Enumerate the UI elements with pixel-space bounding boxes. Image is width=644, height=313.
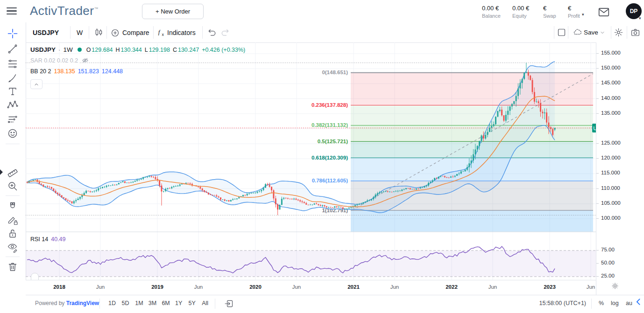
time-axis-label-2023: 2023 (544, 284, 556, 290)
time-axis-label-jun: Jun (587, 284, 595, 290)
brush-icon[interactable] (7, 72, 18, 83)
symbol-legend[interactable]: USDJPY · 1W O129.684 H130.344 L129.198 C… (30, 46, 245, 53)
stat-label: Balance (482, 13, 510, 19)
rsi-legend[interactable]: RSI 14 40.49 (30, 236, 66, 243)
market-status-icon (78, 48, 82, 52)
camera-icon[interactable] (630, 28, 640, 37)
fib-label-0.786: 0.786(112.605) (312, 178, 348, 183)
redo-icon[interactable] (220, 28, 230, 37)
clock[interactable]: 15:58:00 (UTC+1) (532, 300, 586, 306)
symbol-button[interactable]: USDJPY (33, 22, 59, 42)
time-axis-label-2019: 2019 (151, 284, 163, 290)
time-axis-label-2020: 2020 (249, 284, 262, 290)
time-axis-label-jun: Jun (292, 284, 301, 290)
legend-collapse-button[interactable] (30, 79, 42, 89)
undo-icon[interactable] (207, 28, 217, 37)
price-axis-label: 105.000 (601, 200, 621, 206)
range-button-1m[interactable]: 1M (133, 299, 145, 307)
time-axis-label-jun: Jun (488, 284, 497, 290)
compare-plus-icon[interactable] (110, 28, 120, 38)
fib-label-0.236: 0.236(137.828) (311, 102, 348, 108)
app-logo: ActivTrader™ (30, 4, 99, 18)
toolbar-handle-icon[interactable] (0, 169, 3, 175)
long-short-position-icon[interactable] (7, 114, 18, 125)
price-axis-label: 135.000 (601, 110, 621, 116)
price-axis[interactable]: 155.000150.000145.000140.000135.000125.0… (596, 42, 644, 295)
legend-symbol: USDJPY (30, 46, 56, 53)
time-axis-label-jun: Jun (390, 284, 399, 290)
stat-value: 0.00 € (512, 5, 540, 12)
fx-indicators-icon[interactable]: fx (157, 28, 167, 37)
activtrader-app: ActivTrader™ + New Order 0.00 €Balance0.… (0, 0, 644, 313)
new-order-button[interactable]: + New Order (142, 4, 204, 19)
layout-button[interactable] (557, 28, 566, 37)
fib-label-0.618: 0.618(120.309) (311, 155, 348, 160)
rsi-axis-label: 50.00 (601, 260, 615, 265)
log-scale-button[interactable]: log (609, 299, 621, 307)
price-axis-label: 125.000 (601, 140, 621, 146)
crosshair-icon[interactable] (7, 28, 18, 39)
price-axis-label: 100.000 (601, 215, 621, 221)
stat-label: Equity (512, 13, 540, 19)
menu-icon[interactable] (7, 7, 17, 15)
axis-settings-icon[interactable] (611, 282, 619, 290)
auto-scale-button[interactable]: au (624, 299, 634, 307)
range-button-5d[interactable]: 5D (120, 299, 131, 307)
lock-icon[interactable] (7, 228, 18, 239)
hide-drawings-icon[interactable] (7, 242, 18, 253)
tradingview-link[interactable]: TradingView (66, 300, 99, 306)
trash-icon[interactable] (7, 261, 18, 272)
time-axis-label-2018: 2018 (53, 284, 65, 290)
price-axis-label: 140.000 (601, 95, 621, 101)
range-button-1y[interactable]: 1Y (173, 299, 184, 307)
fib-label-0.382: 0.382(131.132) (311, 122, 348, 128)
bb-legend[interactable]: BB 20 2 138.135 151.823 124.448 (30, 68, 123, 75)
fib-retracement-icon[interactable] (7, 58, 18, 70)
ruler-icon[interactable] (7, 167, 18, 178)
text-icon[interactable] (7, 86, 18, 97)
save-button[interactable]: Save (584, 22, 598, 42)
stat-value: 0.00 € (482, 5, 510, 12)
stat-equity: 0.00 €Equity (512, 5, 540, 19)
time-axis-label-2022: 2022 (446, 284, 458, 290)
avatar-caret-icon[interactable]: ▾ (639, 16, 641, 21)
candle-style-icon[interactable] (94, 28, 104, 37)
emoji-icon[interactable] (7, 128, 18, 139)
interval-button[interactable]: W (77, 22, 83, 42)
expand-panel-icon[interactable] (634, 297, 644, 306)
save-chevron-icon[interactable] (600, 30, 605, 35)
range-button-6m[interactable]: 6M (160, 299, 171, 307)
profit-caret-icon[interactable]: ▾ (582, 12, 584, 17)
price-axis-label: 145.000 (601, 80, 621, 85)
time-axis[interactable]: 2018Jun2019Jun2020Jun2021Jun2022Jun2023J… (26, 280, 596, 295)
gear-icon[interactable] (614, 28, 623, 37)
time-axis-label-jun: Jun (96, 284, 105, 290)
edit-lock-icon[interactable] (7, 215, 18, 226)
percent-scale-button[interactable]: % (597, 299, 606, 307)
save-cloud-icon[interactable] (573, 28, 582, 37)
sar-legend[interactable]: SAR 0.02 0.02 0.2 (30, 57, 89, 64)
range-button-5y[interactable]: 5Y (187, 299, 198, 307)
xabcd-pattern-icon[interactable] (7, 100, 18, 111)
go-to-date-icon[interactable] (224, 299, 234, 308)
zoom-in-icon[interactable] (7, 181, 18, 192)
eye-slash-icon[interactable] (82, 57, 89, 64)
powered-by: Powered by TradingView (35, 300, 99, 306)
price-axis-label: 110.000 (601, 185, 620, 191)
magnet-icon[interactable] (7, 201, 18, 212)
price-chart[interactable]: 0(148.651)0.236(137.828)0.382(131.132)0.… (26, 42, 596, 280)
compare-button[interactable]: Compare (122, 22, 149, 42)
legend-interval: 1W (63, 46, 72, 53)
rsi-axis-label: 25.00 (601, 273, 615, 278)
trend-line-icon[interactable] (7, 43, 18, 55)
indicators-button[interactable]: Indicators (167, 22, 196, 42)
range-button-all[interactable]: All (200, 299, 210, 307)
svg-text:f: f (158, 28, 161, 35)
legend-change: +0.426 (+0.33%) (202, 47, 245, 53)
rsi-axis-label: 75.00 (601, 247, 615, 252)
range-button-1d[interactable]: 1D (106, 299, 118, 307)
stat-swap: €Swap (543, 5, 571, 19)
mail-icon[interactable] (598, 6, 610, 18)
range-button-3m[interactable]: 3M (147, 299, 158, 307)
price-axis-label: 115.000 (601, 170, 620, 175)
